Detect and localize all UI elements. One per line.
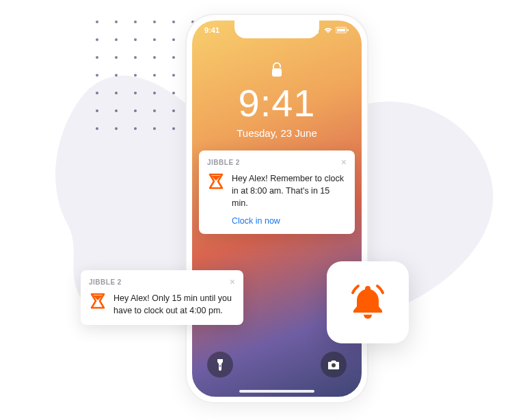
close-icon[interactable]: × (230, 277, 235, 287)
home-indicator[interactable] (239, 390, 314, 393)
close-icon[interactable]: × (341, 157, 347, 167)
svg-rect-1 (313, 30, 314, 34)
phone-frame: 9:41 9:41 Tuesday, 23 June JIBBLE 2 × He… (185, 14, 368, 404)
signal-icon (311, 27, 321, 34)
flashlight-icon (215, 358, 226, 371)
bell-card (327, 261, 409, 343)
wifi-icon (323, 27, 333, 34)
camera-icon (327, 359, 340, 370)
jibble-app-icon (207, 172, 225, 190)
notification-app-name: JIBBLE 2 (207, 159, 240, 166)
battery-icon (336, 27, 349, 34)
status-icons (311, 26, 349, 34)
svg-rect-0 (311, 31, 312, 34)
svg-rect-6 (347, 29, 349, 31)
status-bar: 9:41 (204, 26, 349, 34)
status-time: 9:41 (204, 26, 219, 34)
flashlight-button[interactable] (207, 352, 233, 378)
svg-rect-3 (317, 27, 319, 34)
svg-rect-5 (337, 29, 345, 31)
lockscreen-time: 9:41 (192, 81, 362, 125)
notification-message: Hey Alex! Remember to clock in at 8:00 a… (232, 172, 347, 209)
clock-in-now-link[interactable]: Clock in now (232, 216, 347, 226)
svg-rect-2 (315, 29, 317, 34)
jibble-app-icon (89, 292, 107, 310)
notification-card-float[interactable]: JIBBLE 2 × Hey Alex! Only 15 min until y… (81, 270, 243, 325)
camera-button[interactable] (321, 352, 347, 378)
svg-rect-7 (272, 68, 282, 77)
bell-icon (343, 278, 392, 327)
notification-card-main[interactable]: JIBBLE 2 × Hey Alex! Remember to clock i… (199, 150, 355, 234)
lock-icon (270, 62, 284, 81)
notification-app-name: JIBBLE 2 (89, 278, 122, 286)
lockscreen-date: Tuesday, 23 June (192, 127, 362, 139)
notification-message: Hey Alex! Only 15 min until you have to … (113, 292, 235, 317)
svg-point-9 (332, 363, 336, 367)
svg-point-8 (219, 365, 221, 367)
